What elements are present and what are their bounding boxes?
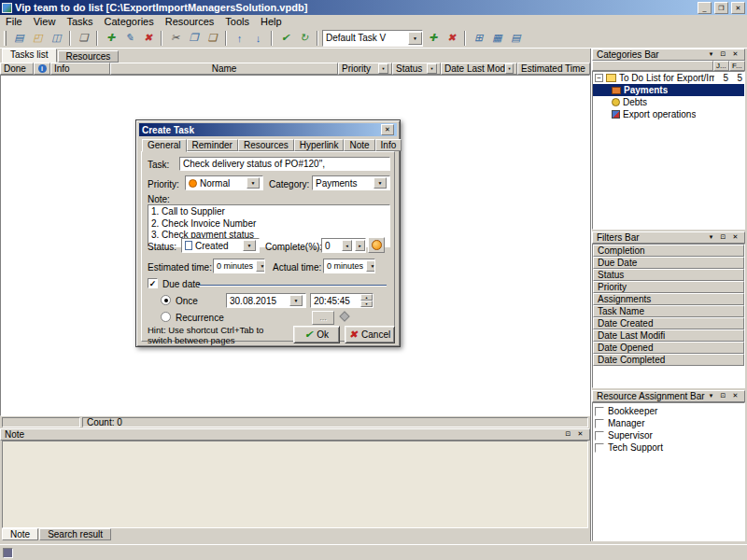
categories-name-column[interactable] <box>592 61 713 71</box>
bookkeeper-checkbox[interactable] <box>595 407 604 416</box>
chevron-down-icon[interactable]: ▼ <box>256 260 265 272</box>
priority-filter-icon[interactable]: ▼ <box>378 63 388 74</box>
spin-down-icon[interactable]: ▾ <box>360 301 373 307</box>
categories-col2[interactable]: F... <box>729 61 745 71</box>
filter-task-name[interactable]: Task Name <box>593 305 744 317</box>
column-date-last-mod[interactable]: Date Last Mod▼ <box>441 63 517 75</box>
group-by-button[interactable]: ⊞ <box>470 30 487 47</box>
step-right-icon[interactable]: ▸ <box>355 240 365 251</box>
save-button[interactable]: ◫ <box>48 30 65 47</box>
chevron-down-icon[interactable]: ▼ <box>374 177 387 189</box>
filter-date-opened[interactable]: Date Opened <box>593 342 744 354</box>
actual-time-combo[interactable]: 0 minutes ▼ <box>323 259 375 273</box>
tree-item-debts[interactable]: Debts <box>593 96 744 108</box>
move-down-button[interactable]: ↓ <box>249 30 267 47</box>
column-priority[interactable]: Priority▼ <box>338 63 392 75</box>
columns-button[interactable]: ▦ <box>488 30 506 47</box>
filter-completion[interactable]: Completion <box>593 245 744 257</box>
new-list-button[interactable]: ▤ <box>10 30 28 47</box>
once-radio[interactable] <box>161 295 171 305</box>
edit-task-button[interactable]: ✎ <box>120 30 138 47</box>
spin-up-icon[interactable]: ▴ <box>360 294 373 301</box>
dialog-tab-info[interactable]: Info <box>375 139 402 151</box>
column-name[interactable]: Name <box>110 63 338 75</box>
dialog-tab-resources[interactable]: Resources <box>238 139 294 151</box>
copy-button[interactable]: ❐ <box>185 30 203 47</box>
paste-button[interactable]: ❏ <box>204 30 221 47</box>
open-file-button[interactable]: ◰ <box>29 30 47 47</box>
move-up-button[interactable]: ↑ <box>231 30 248 47</box>
menu-tools[interactable]: Tools <box>219 16 255 28</box>
timer-button[interactable] <box>368 237 385 253</box>
priority-combo[interactable]: Normal ▼ <box>185 175 263 190</box>
recurrence-more-button[interactable]: ... <box>312 311 334 325</box>
tab-tasks-list[interactable]: Tasks list <box>2 49 57 63</box>
pin-icon[interactable]: ⊡ <box>718 391 728 401</box>
close-icon[interactable]: ✕ <box>575 429 585 440</box>
tab-search-result[interactable]: Search result <box>39 528 111 540</box>
chevron-down-icon[interactable]: ▾ <box>706 232 716 243</box>
maximize-button[interactable]: ❐ <box>714 2 728 14</box>
categories-col1[interactable]: J... <box>713 61 729 71</box>
date-filter-icon[interactable]: ▼ <box>505 63 514 74</box>
ok-button[interactable]: ✔ Ok <box>293 326 340 343</box>
filter-date-completed[interactable]: Date Completed <box>593 354 744 366</box>
pin-icon[interactable]: ⊡ <box>718 232 728 243</box>
chevron-down-icon[interactable]: ▼ <box>243 240 256 251</box>
due-date-checkbox[interactable]: ✓ <box>148 278 158 288</box>
estimated-time-combo[interactable]: 0 minutes ▼ <box>213 259 265 273</box>
chevron-down-icon[interactable]: ▾ <box>706 391 716 401</box>
complete-stepper[interactable]: 0 ◂ ▸ <box>321 238 366 253</box>
close-button[interactable]: ✕ <box>731 2 745 14</box>
column-info-icon-header[interactable]: i <box>34 63 50 75</box>
cancel-button[interactable]: ✖ Cancel <box>345 326 395 343</box>
column-status[interactable]: Status▼ <box>392 63 441 75</box>
chevron-down-icon[interactable]: ▼ <box>366 260 375 272</box>
menu-view[interactable]: View <box>28 16 62 28</box>
resource-bookkeeper[interactable]: Bookkeeper <box>595 405 742 417</box>
column-estimated-time[interactable]: Estimated Time <box>517 63 590 75</box>
chevron-down-icon[interactable]: ▼ <box>289 295 303 306</box>
menu-tasks[interactable]: Tasks <box>61 16 98 28</box>
category-combo[interactable]: Payments ▼ <box>312 175 390 190</box>
delete-template-button[interactable]: ✖ <box>443 30 460 47</box>
status-combo[interactable]: Created ▼ <box>181 238 260 253</box>
task-input[interactable]: Check delivery status of PO#120", <box>179 157 390 171</box>
status-filter-icon[interactable]: ▼ <box>427 63 437 74</box>
supervisor-checkbox[interactable] <box>595 431 604 441</box>
pin-icon[interactable]: ⊡ <box>563 429 573 440</box>
tree-item-payments[interactable]: Payments <box>593 84 744 96</box>
refresh-button[interactable]: ↻ <box>295 30 313 47</box>
due-date-picker[interactable]: 30.08.2015 ▼ <box>226 293 306 308</box>
filter-status[interactable]: Status <box>593 269 744 281</box>
add-task-button[interactable]: ✚ <box>102 30 120 47</box>
chevron-down-icon[interactable]: ▾ <box>706 49 716 60</box>
tab-note[interactable]: Note <box>2 528 38 540</box>
column-info[interactable]: Info <box>50 63 110 75</box>
delete-task-button[interactable]: ✖ <box>139 30 157 47</box>
note-panel-body[interactable] <box>2 441 588 528</box>
recurrence-radio[interactable] <box>161 312 171 322</box>
close-icon[interactable]: ✕ <box>730 49 740 60</box>
filter-priority[interactable]: Priority <box>593 281 744 293</box>
due-time-stepper[interactable]: 20:45:45 ▴ ▾ <box>310 293 374 308</box>
close-icon[interactable]: ✕ <box>730 391 740 401</box>
pin-icon[interactable]: ⊡ <box>718 49 728 60</box>
dialog-tab-general[interactable]: General <box>142 139 187 152</box>
dialog-tab-hyperlink[interactable]: Hyperlink <box>294 139 345 151</box>
tree-item-export-operations[interactable]: Export operations <box>593 108 744 120</box>
collapse-icon[interactable]: − <box>595 74 603 82</box>
dialog-tab-reminder[interactable]: Reminder <box>187 139 238 151</box>
filter-date-created[interactable]: Date Created <box>593 317 744 329</box>
manager-checkbox[interactable] <box>595 419 604 428</box>
step-left-icon[interactable]: ◂ <box>342 240 352 251</box>
tech-support-checkbox[interactable] <box>595 443 604 453</box>
filter-date-last-modified[interactable]: Date Last Modifi <box>593 329 744 342</box>
resource-tech-support[interactable]: Tech Support <box>595 441 742 454</box>
resource-manager[interactable]: Manager <box>595 417 742 429</box>
column-done[interactable]: Done <box>0 63 34 75</box>
minimize-button[interactable]: _ <box>698 2 712 14</box>
cut-button[interactable]: ✂ <box>166 30 184 47</box>
tree-root-row[interactable]: − To Do List for Export/Import Man 5 5 <box>593 72 744 84</box>
dialog-close-icon[interactable]: ✕ <box>381 124 394 135</box>
